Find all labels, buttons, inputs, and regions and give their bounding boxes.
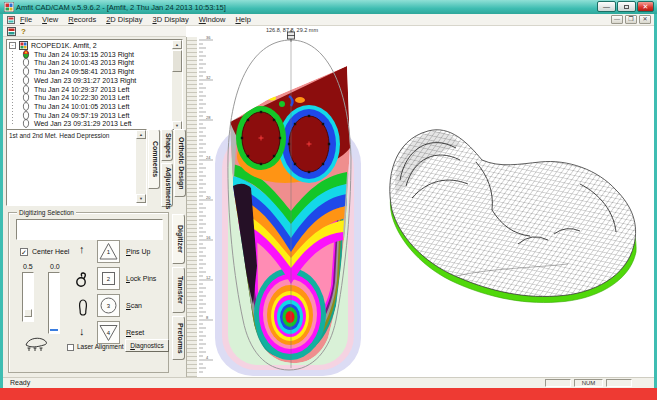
panel-splitter[interactable] (186, 37, 197, 377)
tab-transfer[interactable]: Transfer (172, 267, 185, 313)
comments-scrollbar[interactable]: ▲ ▼ (136, 130, 146, 203)
foot-icon (77, 299, 89, 316)
svg-text:24: 24 (206, 155, 211, 160)
scan-label[interactable]: Thu Jan 24 09:57:19 2013 Left (34, 111, 129, 120)
scan-icon (22, 76, 30, 85)
slider-mark (50, 329, 58, 331)
slider-thumb[interactable] (24, 309, 32, 317)
svg-text:20: 20 (206, 195, 211, 200)
arch-slider[interactable] (48, 272, 60, 334)
tree-expander-icon[interactable]: - (9, 42, 16, 49)
mdi-minimize-button[interactable]: — (611, 15, 623, 24)
status-bar: Ready NUM (3, 377, 654, 388)
mdi-restore-button[interactable]: ❐ (625, 15, 637, 24)
heel-slider[interactable] (22, 272, 34, 322)
menu-window[interactable]: Window (194, 15, 231, 24)
scan-label[interactable]: Wed Jan 23 09:31:27 2013 Right (34, 76, 136, 85)
scan-label[interactable]: Thu Jan 24 10:22:30 2013 Left (34, 93, 129, 102)
menu-3d-display[interactable]: 3D Display (147, 15, 193, 24)
tab-shapes[interactable]: Shapes (161, 129, 173, 161)
scan-icon (22, 111, 30, 120)
scan-button[interactable]: 3 (97, 294, 120, 317)
foot-pins-icon (22, 335, 50, 353)
tab-digitizer[interactable]: Digitizer (172, 214, 185, 264)
comments-text: 1st and 2nd Met. Head Depression (9, 132, 109, 139)
insole-3d-view[interactable] (372, 118, 657, 336)
scan-label[interactable]: Thu Jan 24 10:53:15 2013 Right (34, 50, 134, 59)
menu-help[interactable]: Help (230, 15, 255, 24)
reset-button[interactable]: 4 (97, 321, 120, 344)
pins-up-button[interactable]: 1 (97, 240, 120, 263)
close-button[interactable]: ✕ (637, 1, 654, 12)
svg-text:12: 12 (206, 275, 211, 280)
diagnostics-button[interactable]: Diagnostics (125, 339, 169, 352)
laser-alignment-checkbox[interactable] (67, 344, 74, 351)
vertical-ruler: 36 32 28 24 20 16 12 8 4 (199, 35, 213, 372)
tree-row-scan[interactable]: Thu Jan 24 10:01:43 2013 Right (7, 58, 167, 67)
mdi-restore-icon: ❐ (628, 16, 633, 22)
pressure-map-view[interactable]: 36 32 28 24 20 16 12 8 4 (197, 26, 375, 378)
comments-textarea[interactable]: 1st and 2nd Met. Head Depression ▲ ▼ (6, 129, 147, 206)
scan-icon (22, 93, 30, 102)
title-bar[interactable]: Amfit CAD/CAM v.5.9.6.2 - [Amfit, 2 Thu … (0, 0, 657, 14)
tree-row-scan[interactable]: Thu Jan 24 10:53:15 2013 Right (7, 50, 167, 59)
help-icon[interactable]: ? (21, 27, 26, 36)
window-title: Amfit CAD/CAM v.5.9.6.2 - [Amfit, 2 Thu … (16, 3, 226, 12)
mdi-document-icon[interactable] (7, 16, 15, 24)
scroll-up-icon[interactable]: ▲ (136, 130, 146, 139)
maximize-button[interactable] (617, 1, 636, 12)
met-head-shapes[interactable] (236, 105, 340, 183)
slider-left-value: 0.5 (23, 263, 33, 270)
pins-up-label: Pins Up (126, 248, 151, 255)
tab-adjustments[interactable]: Adjustments (161, 163, 173, 207)
pins-up-arrow-icon: ↑ (79, 243, 85, 255)
scrollbar-thumb[interactable] (172, 50, 182, 72)
menu-file[interactable]: File (15, 15, 37, 24)
record-tree[interactable]: - RCOPED1K. Amfit, 2 Thu Jan 24 10:53:15… (6, 39, 183, 131)
tree-row-scan[interactable]: Wed Jan 23 09:31:29 2013 Left (7, 119, 167, 128)
menu-records[interactable]: Records (63, 15, 101, 24)
scan-label[interactable]: Thu Jan 24 10:29:37 2013 Left (34, 85, 129, 94)
menu-view[interactable]: View (37, 15, 63, 24)
tree-row-scan[interactable]: Thu Jan 24 09:58:41 2013 Right (7, 67, 167, 76)
scroll-up-icon[interactable]: ▲ (172, 40, 182, 49)
amfit-cadcam-window: Amfit CAD/CAM v.5.9.6.2 - [Amfit, 2 Thu … (0, 0, 657, 400)
digitizing-list[interactable] (16, 219, 163, 240)
tab-comments[interactable]: Comments (148, 129, 160, 189)
close-icon: ✕ (643, 3, 649, 10)
laser-alignment-label: Laser Alignment (77, 343, 124, 350)
tree-row-scan[interactable]: Thu Jan 24 10:29:37 2013 Left (7, 85, 167, 94)
tree-row-scan[interactable]: Wed Jan 23 09:31:27 2013 Right (7, 76, 167, 85)
reset-label: Reset (126, 329, 144, 336)
tree-row-scan[interactable]: Thu Jan 24 10:22:30 2013 Left (7, 93, 167, 102)
digitizing-selection-group: Digitizing Selection ✓ Center Heel 0.5 0… (8, 212, 169, 373)
center-heel-checkbox[interactable]: ✓ (20, 248, 28, 256)
svg-text:4: 4 (206, 355, 209, 360)
step-number: 2 (98, 276, 119, 282)
tree-row-scan[interactable]: Thu Jan 24 09:57:19 2013 Left (7, 111, 167, 120)
scan-label[interactable]: Thu Jan 24 10:01:05 2013 Left (34, 102, 129, 111)
lock-pins-button[interactable]: 2 (97, 267, 120, 290)
minimize-button[interactable]: — (597, 1, 616, 12)
tree-row-scan[interactable]: Thu Jan 24 10:01:05 2013 Left (7, 102, 167, 111)
new-record-icon[interactable] (7, 27, 16, 36)
status-panel (545, 379, 571, 387)
active-scan-icon (22, 50, 30, 59)
scan-label[interactable]: Wed Jan 23 09:31:29 2013 Left (34, 119, 132, 128)
scan-label[interactable]: Thu Jan 24 10:01:43 2013 Right (34, 58, 134, 67)
menu-2d-display[interactable]: 2D Display (101, 15, 147, 24)
tab-orthotic-design[interactable]: Orthotic Design (174, 129, 186, 197)
mdi-close-button[interactable]: ✕ (639, 15, 651, 24)
mdi-close-icon: ✕ (642, 16, 647, 22)
scan-label[interactable]: Thu Jan 24 09:58:41 2013 Right (34, 67, 134, 76)
svg-text:28: 28 (206, 115, 211, 120)
tree-root-row[interactable]: - RCOPED1K. Amfit, 2 (7, 41, 167, 50)
insole-mesh-surface[interactable] (372, 118, 657, 336)
tree-root-label[interactable]: RCOPED1K. Amfit, 2 (31, 41, 97, 50)
tree-scrollbar[interactable]: ▲ ▼ (172, 40, 182, 130)
scan-icon (22, 67, 30, 76)
scan-icon (22, 119, 30, 128)
scroll-down-icon[interactable]: ▼ (136, 194, 146, 203)
tab-preforms[interactable]: Preforms (172, 316, 185, 360)
scan-icon (22, 102, 30, 111)
